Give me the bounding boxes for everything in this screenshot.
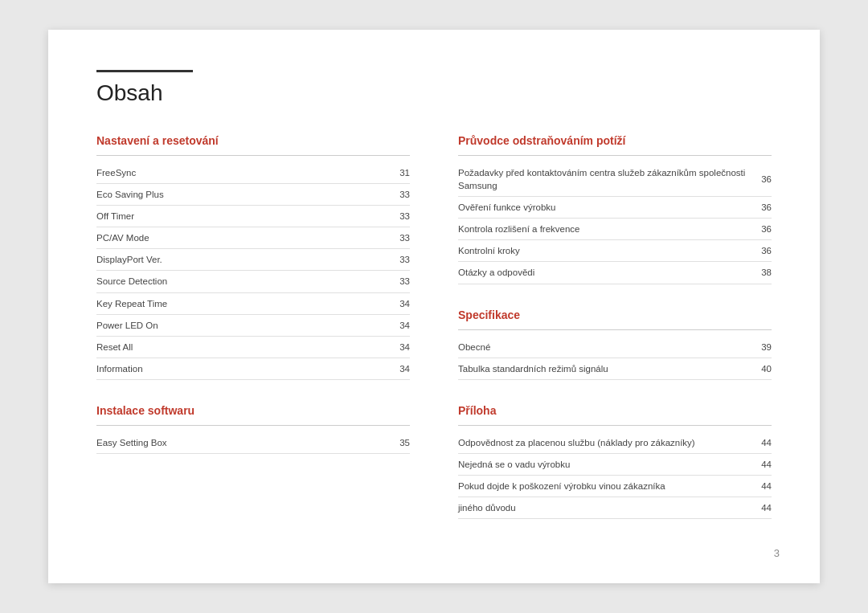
table-row: Eco Saving Plus33 [96, 184, 410, 206]
table-row: Obecné39 [458, 337, 772, 358]
toc-item-page: 34 [386, 292, 410, 314]
toc-item-label: Obecné [458, 337, 747, 358]
section-title-instalace: Instalace softwaru [96, 404, 410, 417]
toc-item-page: 44 [747, 453, 772, 475]
toc-item-label: Key Repeat Time [96, 292, 386, 314]
table-row: Kontrola rozlišení a frekvence36 [458, 219, 772, 240]
table-row: Source Detection33 [96, 271, 410, 292]
table-row: FreeSync31 [96, 162, 410, 184]
table-row: DisplayPort Ver.33 [96, 249, 410, 271]
toc-item-page: 36 [747, 219, 772, 240]
toc-item-page: 38 [747, 262, 772, 284]
toc-item-page: 40 [747, 358, 772, 379]
section-instalace: Instalace softwaru Easy Setting Box35 [96, 404, 410, 454]
toc-item-label: PC/AV Mode [96, 227, 386, 249]
section-title-nastaveni: Nastavení a resetování [96, 134, 410, 147]
section-title-pruvodce: Průvodce odstraňováním potíží [458, 134, 772, 147]
page-title: Obsah [96, 80, 772, 106]
table-row: Key Repeat Time34 [96, 292, 410, 314]
toc-item-label: Off Timer [96, 206, 386, 227]
page-number: 3 [774, 547, 780, 559]
toc-item-page: 33 [386, 227, 410, 249]
toc-table-priloha: Odpovědnost za placenou službu (náklady … [458, 432, 772, 519]
section-nastaveni: Nastavení a resetování FreeSync31Eco Sav… [96, 134, 410, 380]
table-row: Power LED On34 [96, 314, 410, 336]
table-row: PC/AV Mode33 [96, 227, 410, 249]
toc-item-page: 36 [747, 162, 772, 197]
section-pruvodce: Průvodce odstraňováním potíží Požadavky … [458, 134, 772, 284]
toc-item-page: 44 [747, 432, 772, 454]
toc-table-instalace: Easy Setting Box35 [96, 432, 410, 454]
toc-item-page: 35 [386, 432, 410, 454]
section-specifikace: Specifikace Obecné39Tabulka standardních… [458, 309, 772, 380]
toc-item-label: Kontrola rozlišení a frekvence [458, 219, 747, 240]
toc-item-label: Ověření funkce výrobku [458, 197, 747, 219]
table-row: Nejedná se o vadu výrobku44 [458, 453, 772, 475]
table-row: Off Timer33 [96, 206, 410, 227]
table-row: Pokud dojde k poškození výrobku vinou zá… [458, 475, 772, 497]
table-row: Information34 [96, 358, 410, 379]
toc-item-page: 36 [747, 197, 772, 219]
toc-item-page: 34 [386, 336, 410, 358]
right-column: Průvodce odstraňováním potíží Požadavky … [458, 134, 772, 543]
toc-item-label: Otázky a odpovědi [458, 262, 747, 284]
table-row: Reset All34 [96, 336, 410, 358]
toc-item-page: 33 [386, 206, 410, 227]
table-row: Easy Setting Box35 [96, 432, 410, 454]
toc-item-label: Požadavky před kontaktováním centra služ… [458, 162, 747, 197]
toc-item-page: 34 [386, 358, 410, 379]
toc-item-label: Power LED On [96, 314, 386, 336]
toc-item-label: Kontrolní kroky [458, 240, 747, 262]
table-row: Požadavky před kontaktováním centra služ… [458, 162, 772, 197]
toc-item-label: FreeSync [96, 162, 386, 184]
toc-item-page: 36 [747, 240, 772, 262]
table-row: jiného důvodu44 [458, 497, 772, 518]
table-row: Odpovědnost za placenou službu (náklady … [458, 432, 772, 454]
toc-item-label: Odpovědnost za placenou službu (náklady … [458, 432, 747, 454]
toc-item-page: 33 [386, 271, 410, 292]
section-title-specifikace: Specifikace [458, 309, 772, 321]
toc-item-label: Pokud dojde k poškození výrobku vinou zá… [458, 475, 747, 497]
section-priloha: Příloha Odpovědnost za placenou službu (… [458, 404, 772, 519]
toc-item-label: Reset All [96, 336, 386, 358]
toc-item-page: 34 [386, 314, 410, 336]
toc-item-label: Source Detection [96, 271, 386, 292]
toc-item-page: 39 [747, 337, 772, 358]
toc-item-page: 31 [386, 162, 410, 184]
table-row: Otázky a odpovědi38 [458, 262, 772, 284]
toc-item-page: 44 [747, 475, 772, 497]
table-row: Kontrolní kroky36 [458, 240, 772, 262]
table-row: Tabulka standardních režimů signálu40 [458, 358, 772, 379]
left-column: Nastavení a resetování FreeSync31Eco Sav… [96, 134, 410, 543]
toc-table-pruvodce: Požadavky před kontaktováním centra služ… [458, 162, 772, 284]
page-container: Obsah Nastavení a resetování FreeSync31E… [48, 30, 820, 583]
table-row: Ověření funkce výrobku36 [458, 197, 772, 219]
toc-item-page: 33 [386, 249, 410, 271]
toc-item-label: Tabulka standardních režimů signálu [458, 358, 747, 379]
toc-item-label: jiného důvodu [458, 497, 747, 518]
toc-table-specifikace: Obecné39Tabulka standardních režimů sign… [458, 337, 772, 380]
section-title-priloha: Příloha [458, 404, 772, 417]
toc-item-label: Eco Saving Plus [96, 184, 386, 206]
toc-table-nastaveni: FreeSync31Eco Saving Plus33Off Timer33PC… [96, 162, 410, 380]
toc-item-label: Information [96, 358, 386, 379]
toc-item-label: Easy Setting Box [96, 432, 386, 454]
title-bar [96, 70, 193, 72]
content-grid: Nastavení a resetování FreeSync31Eco Sav… [96, 134, 772, 543]
toc-item-label: Nejedná se o vadu výrobku [458, 453, 747, 475]
toc-item-label: DisplayPort Ver. [96, 249, 386, 271]
toc-item-page: 33 [386, 184, 410, 206]
toc-item-page: 44 [747, 497, 772, 518]
